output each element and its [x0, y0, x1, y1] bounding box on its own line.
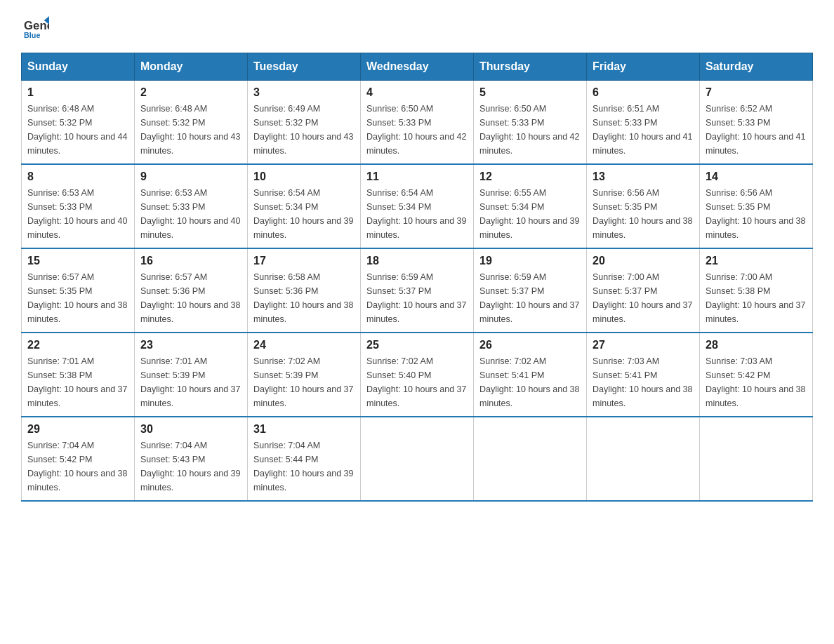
calendar-week-4: 22 Sunrise: 7:01 AM Sunset: 5:38 PM Dayl… [22, 333, 813, 417]
day-info: Sunrise: 6:57 AM Sunset: 5:36 PM Dayligh… [140, 270, 241, 326]
day-info: Sunrise: 6:56 AM Sunset: 5:35 PM Dayligh… [593, 186, 694, 242]
calendar-cell: 11 Sunrise: 6:54 AM Sunset: 5:34 PM Dayl… [361, 164, 474, 248]
calendar-cell: 24 Sunrise: 7:02 AM Sunset: 5:39 PM Dayl… [248, 333, 361, 417]
calendar-cell: 28 Sunrise: 7:03 AM Sunset: 5:42 PM Dayl… [700, 333, 813, 417]
day-info: Sunrise: 6:59 AM Sunset: 5:37 PM Dayligh… [479, 270, 581, 326]
calendar-week-5: 29 Sunrise: 7:04 AM Sunset: 5:42 PM Dayl… [22, 417, 813, 501]
day-info: Sunrise: 7:02 AM Sunset: 5:39 PM Dayligh… [253, 354, 355, 410]
calendar-cell: 9 Sunrise: 6:53 AM Sunset: 5:33 PM Dayli… [135, 164, 248, 248]
day-info: Sunrise: 7:03 AM Sunset: 5:41 PM Dayligh… [593, 354, 694, 410]
day-number: 29 [27, 423, 128, 436]
calendar-week-1: 1 Sunrise: 6:48 AM Sunset: 5:32 PM Dayli… [22, 81, 813, 165]
day-info: Sunrise: 6:51 AM Sunset: 5:33 PM Dayligh… [593, 102, 694, 158]
day-info: Sunrise: 6:54 AM Sunset: 5:34 PM Dayligh… [366, 186, 468, 242]
day-number: 21 [706, 255, 807, 267]
header-sunday: Sunday [22, 53, 135, 81]
calendar-cell: 17 Sunrise: 6:58 AM Sunset: 5:36 PM Dayl… [248, 248, 361, 333]
day-info: Sunrise: 6:48 AM Sunset: 5:32 PM Dayligh… [140, 102, 241, 158]
svg-text:Blue: Blue [24, 31, 40, 39]
calendar-cell: 20 Sunrise: 7:00 AM Sunset: 5:37 PM Dayl… [587, 248, 700, 333]
day-number: 4 [366, 86, 468, 99]
day-number: 11 [366, 170, 468, 183]
day-info: Sunrise: 6:48 AM Sunset: 5:32 PM Dayligh… [27, 102, 128, 158]
day-info: Sunrise: 7:01 AM Sunset: 5:39 PM Dayligh… [140, 354, 241, 410]
day-info: Sunrise: 6:50 AM Sunset: 5:33 PM Dayligh… [366, 102, 468, 158]
day-info: Sunrise: 6:53 AM Sunset: 5:33 PM Dayligh… [27, 186, 128, 242]
calendar-cell: 18 Sunrise: 6:59 AM Sunset: 5:37 PM Dayl… [361, 248, 474, 333]
header-saturday: Saturday [700, 53, 813, 81]
calendar-cell: 21 Sunrise: 7:00 AM Sunset: 5:38 PM Dayl… [700, 248, 813, 333]
calendar-cell: 19 Sunrise: 6:59 AM Sunset: 5:37 PM Dayl… [474, 248, 587, 333]
calendar-cell: 29 Sunrise: 7:04 AM Sunset: 5:42 PM Dayl… [22, 417, 135, 501]
calendar-cell: 10 Sunrise: 6:54 AM Sunset: 5:34 PM Dayl… [248, 164, 361, 248]
day-number: 7 [706, 86, 807, 99]
header-monday: Monday [135, 53, 248, 81]
calendar-cell: 26 Sunrise: 7:02 AM Sunset: 5:41 PM Dayl… [474, 333, 587, 417]
day-number: 17 [253, 255, 355, 267]
day-number: 27 [593, 339, 694, 351]
calendar-cell: 14 Sunrise: 6:56 AM Sunset: 5:35 PM Dayl… [700, 164, 813, 248]
day-info: Sunrise: 6:55 AM Sunset: 5:34 PM Dayligh… [479, 186, 581, 242]
day-info: Sunrise: 7:02 AM Sunset: 5:41 PM Dayligh… [479, 354, 581, 410]
calendar-cell [361, 417, 474, 501]
logo: General Blue [21, 14, 49, 46]
day-number: 24 [253, 339, 355, 351]
calendar-cell: 3 Sunrise: 6:49 AM Sunset: 5:32 PM Dayli… [248, 81, 361, 165]
day-number: 9 [140, 170, 241, 183]
calendar-header-row: SundayMondayTuesdayWednesdayThursdayFrid… [22, 53, 813, 81]
day-number: 12 [479, 170, 581, 183]
calendar-cell: 12 Sunrise: 6:55 AM Sunset: 5:34 PM Dayl… [474, 164, 587, 248]
day-info: Sunrise: 6:57 AM Sunset: 5:35 PM Dayligh… [27, 270, 128, 326]
day-info: Sunrise: 7:04 AM Sunset: 5:42 PM Dayligh… [27, 438, 128, 495]
day-info: Sunrise: 7:01 AM Sunset: 5:38 PM Dayligh… [27, 354, 128, 410]
header-wednesday: Wednesday [361, 53, 474, 81]
day-number: 5 [479, 86, 581, 99]
calendar-cell: 23 Sunrise: 7:01 AM Sunset: 5:39 PM Dayl… [135, 333, 248, 417]
day-number: 22 [27, 339, 128, 351]
day-number: 23 [140, 339, 241, 351]
calendar-cell: 6 Sunrise: 6:51 AM Sunset: 5:33 PM Dayli… [587, 81, 700, 165]
calendar-cell: 16 Sunrise: 6:57 AM Sunset: 5:36 PM Dayl… [135, 248, 248, 333]
day-number: 31 [253, 423, 355, 436]
header-thursday: Thursday [474, 53, 587, 81]
calendar-cell: 25 Sunrise: 7:02 AM Sunset: 5:40 PM Dayl… [361, 333, 474, 417]
day-number: 10 [253, 170, 355, 183]
day-number: 30 [140, 423, 241, 436]
day-info: Sunrise: 6:52 AM Sunset: 5:33 PM Dayligh… [706, 102, 807, 158]
day-info: Sunrise: 6:53 AM Sunset: 5:33 PM Dayligh… [140, 186, 241, 242]
day-number: 3 [253, 86, 355, 99]
day-number: 26 [479, 339, 581, 351]
header-tuesday: Tuesday [248, 53, 361, 81]
day-number: 19 [479, 255, 581, 267]
day-number: 8 [27, 170, 128, 183]
day-info: Sunrise: 6:58 AM Sunset: 5:36 PM Dayligh… [253, 270, 355, 326]
day-info: Sunrise: 7:02 AM Sunset: 5:40 PM Dayligh… [366, 354, 468, 410]
calendar-cell [700, 417, 813, 501]
calendar-cell [474, 417, 587, 501]
day-number: 1 [27, 86, 128, 99]
day-number: 25 [366, 339, 468, 351]
header-friday: Friday [587, 53, 700, 81]
day-info: Sunrise: 7:00 AM Sunset: 5:38 PM Dayligh… [706, 270, 807, 326]
calendar-cell: 13 Sunrise: 6:56 AM Sunset: 5:35 PM Dayl… [587, 164, 700, 248]
calendar-cell: 8 Sunrise: 6:53 AM Sunset: 5:33 PM Dayli… [22, 164, 135, 248]
page-header: General Blue [21, 14, 813, 46]
day-info: Sunrise: 7:00 AM Sunset: 5:37 PM Dayligh… [593, 270, 694, 326]
calendar-cell: 27 Sunrise: 7:03 AM Sunset: 5:41 PM Dayl… [587, 333, 700, 417]
day-number: 13 [593, 170, 694, 183]
calendar-week-3: 15 Sunrise: 6:57 AM Sunset: 5:35 PM Dayl… [22, 248, 813, 333]
calendar-cell: 31 Sunrise: 7:04 AM Sunset: 5:44 PM Dayl… [248, 417, 361, 501]
day-info: Sunrise: 7:04 AM Sunset: 5:44 PM Dayligh… [253, 438, 355, 495]
day-number: 2 [140, 86, 241, 99]
day-info: Sunrise: 6:56 AM Sunset: 5:35 PM Dayligh… [706, 186, 807, 242]
calendar-cell: 1 Sunrise: 6:48 AM Sunset: 5:32 PM Dayli… [22, 81, 135, 165]
day-info: Sunrise: 6:54 AM Sunset: 5:34 PM Dayligh… [253, 186, 355, 242]
calendar-cell: 7 Sunrise: 6:52 AM Sunset: 5:33 PM Dayli… [700, 81, 813, 165]
day-info: Sunrise: 6:49 AM Sunset: 5:32 PM Dayligh… [253, 102, 355, 158]
calendar-cell: 30 Sunrise: 7:04 AM Sunset: 5:43 PM Dayl… [135, 417, 248, 501]
calendar-cell [587, 417, 700, 501]
day-number: 6 [593, 86, 694, 99]
day-number: 14 [706, 170, 807, 183]
day-number: 15 [27, 255, 128, 267]
calendar-week-2: 8 Sunrise: 6:53 AM Sunset: 5:33 PM Dayli… [22, 164, 813, 248]
